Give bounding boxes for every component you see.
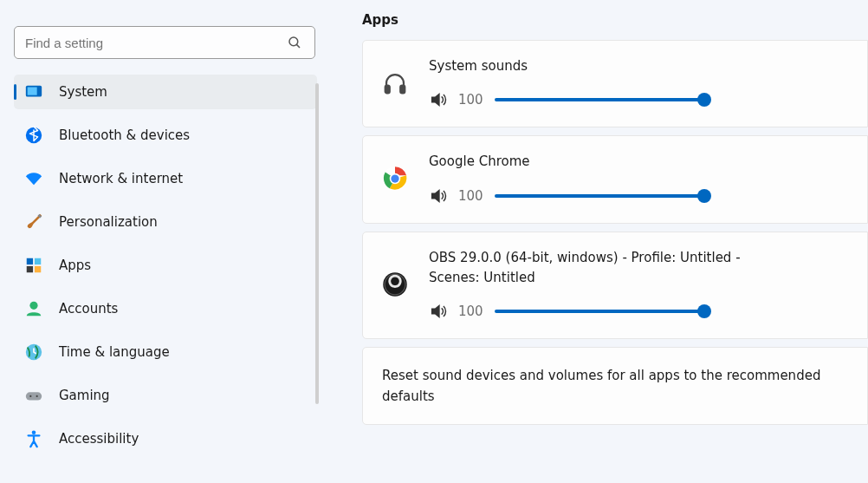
sidebar-item-label: Time & language (59, 344, 170, 360)
reset-label: Reset sound devices and volumes for all … (382, 368, 820, 404)
sidebar-item-label: Personalization (59, 214, 158, 230)
svg-rect-7 (27, 266, 33, 272)
reset-defaults-card[interactable]: Reset sound devices and volumes for all … (362, 347, 868, 425)
apps-icon (24, 256, 43, 275)
bluetooth-icon (24, 126, 43, 145)
volume-slider[interactable] (495, 189, 704, 203)
search-icon (287, 35, 302, 50)
sidebar-item-label: Accessibility (59, 431, 139, 447)
system-icon (24, 82, 43, 101)
sidebar-item-label: Gaming (59, 388, 110, 403)
sidebar-item-accounts[interactable]: Accounts (14, 291, 317, 326)
svg-rect-11 (26, 392, 42, 400)
volume-value: 100 (458, 304, 484, 319)
sidebar-item-time[interactable]: Time & language (14, 335, 317, 369)
nav-list: System Bluetooth & devices Network & int… (14, 75, 317, 465)
svg-point-9 (29, 302, 37, 310)
svg-rect-6 (35, 258, 41, 264)
volume-value: 100 (458, 92, 484, 108)
svg-point-14 (32, 430, 36, 434)
search-input[interactable] (15, 27, 314, 58)
svg-line-1 (296, 44, 300, 48)
sidebar-item-network[interactable]: Network & internet (14, 161, 317, 196)
svg-rect-5 (27, 258, 33, 264)
sidebar-item-gaming[interactable]: Gaming (14, 378, 317, 413)
svg-point-0 (289, 37, 298, 46)
speaker-icon[interactable] (429, 186, 448, 206)
sidebar-item-accessibility[interactable]: Accessibility (14, 421, 317, 456)
volume-card-system-sounds: System sounds 100 (362, 40, 868, 127)
svg-rect-8 (35, 266, 41, 272)
sidebar-item-bluetooth[interactable]: Bluetooth & devices (14, 118, 317, 153)
time-icon (24, 343, 43, 362)
slider-thumb[interactable] (697, 304, 711, 318)
sidebar-item-label: Bluetooth & devices (59, 127, 190, 143)
sidebar-item-system[interactable]: System (14, 75, 317, 109)
sidebar-item-label: Accounts (59, 301, 118, 317)
slider-track (495, 310, 704, 313)
app-name: System sounds (429, 56, 848, 76)
slider-thumb[interactable] (697, 189, 711, 203)
gaming-icon (24, 386, 43, 405)
svg-rect-16 (400, 85, 405, 93)
obs-icon (382, 271, 408, 297)
volume-card-chrome: Google Chrome 100 (362, 135, 868, 223)
speaker-icon[interactable] (429, 90, 448, 109)
svg-rect-15 (385, 85, 390, 93)
svg-point-13 (36, 395, 38, 397)
speaker-icon[interactable] (429, 302, 448, 321)
scrollbar-track[interactable] (315, 83, 319, 404)
sidebar-item-label: Apps (59, 258, 91, 273)
slider-thumb[interactable] (697, 93, 711, 107)
sidebar: System Bluetooth & devices Network & int… (0, 0, 338, 483)
chrome-icon (382, 166, 408, 192)
svg-rect-3 (28, 88, 37, 95)
app-name: Google Chrome (429, 152, 848, 172)
headphones-icon (382, 70, 408, 96)
sidebar-item-apps[interactable]: Apps (14, 248, 317, 283)
brush-icon (24, 212, 43, 232)
wifi-icon (24, 169, 43, 188)
volume-value: 100 (458, 188, 484, 204)
app-name: OBS 29.0.0 (64-bit, windows) - Profile: … (429, 248, 793, 289)
accessibility-icon (24, 429, 43, 448)
volume-slider[interactable] (495, 304, 704, 318)
volume-slider[interactable] (495, 93, 704, 107)
volume-card-obs: OBS 29.0.0 (64-bit, windows) - Profile: … (362, 232, 868, 340)
sidebar-item-label: System (59, 84, 107, 100)
search-container (14, 26, 324, 59)
accounts-icon (24, 299, 43, 318)
sidebar-item-personalization[interactable]: Personalization (14, 205, 317, 239)
sidebar-item-label: Network & internet (59, 171, 183, 186)
svg-point-19 (391, 174, 398, 182)
search-input-wrapper[interactable] (14, 26, 315, 59)
slider-track (495, 194, 704, 198)
section-title: Apps (362, 12, 868, 28)
slider-track (495, 98, 704, 101)
main-content: Apps System sounds (338, 0, 868, 483)
svg-point-12 (29, 395, 31, 397)
